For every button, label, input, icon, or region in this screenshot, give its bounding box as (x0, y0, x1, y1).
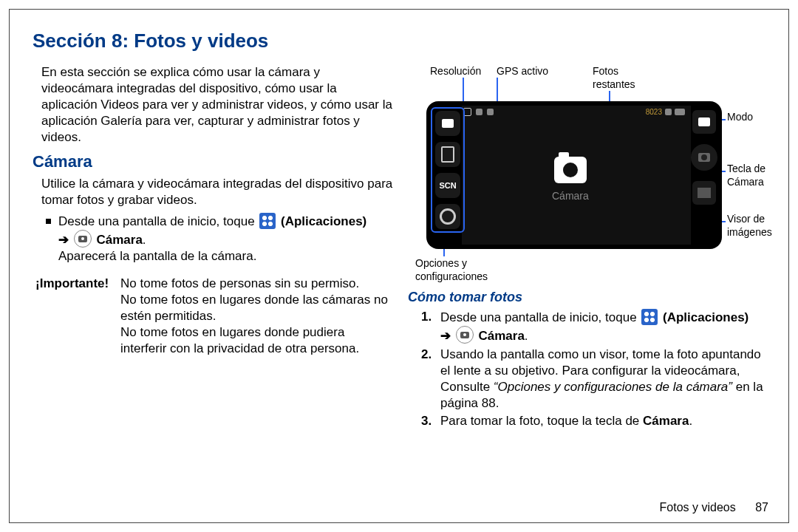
s1-pre: Desde una pantalla de inicio, toque (440, 310, 640, 324)
camera-icon (456, 326, 474, 344)
period: . (143, 233, 146, 247)
howto-step-3: 3. Para tomar la foto, toque la tecla de… (421, 413, 768, 429)
step-number-2: 2. (421, 347, 433, 363)
arrow-icon: ➔ (440, 329, 451, 343)
mode-icon (698, 117, 710, 126)
shutter-icon (698, 153, 710, 162)
step-3-text: Para tomar la foto, toque la tecla de Cá… (440, 413, 692, 429)
step-number-3: 3. (421, 413, 433, 429)
label-resolucion: Resolución (430, 64, 481, 78)
important-block: ¡Importante! No tome fotos de personas s… (35, 276, 393, 357)
camera-diagram: Resolución GPS activo Fotos restantes Mo… (408, 64, 767, 286)
sd-icon (665, 109, 672, 115)
camera-step: Desde una pantalla de inicio, toque (Apl… (46, 213, 393, 265)
bullet-icon (46, 219, 51, 224)
switch-camera-icon (442, 119, 454, 128)
step-number-1: 1. (421, 309, 433, 325)
s1-apps: (Aplicaciones) (663, 310, 748, 324)
gps-icon (487, 109, 494, 115)
apps-icon (641, 309, 658, 325)
arrow-icon: ➔ (58, 233, 69, 247)
exposure-icon (476, 109, 482, 115)
scene-button[interactable]: SCN (435, 173, 460, 198)
label-visor: Visor de imágenes (727, 212, 779, 239)
status-left (463, 107, 494, 117)
camera-lead: Utilice la cámara y videocámara integrad… (41, 176, 393, 208)
s3a: Para tomar la foto, toque la tecla de (440, 414, 643, 428)
apps-icon (259, 213, 276, 229)
left-options-group: SCN (431, 107, 465, 233)
left-column: En esta sección se explica cómo usar la … (33, 64, 393, 431)
phone-body: 8023 SCN (426, 101, 722, 249)
page-footer: Fotos y videos 87 (660, 501, 768, 514)
step-2-text: Usando la pantalla como un visor, tome l… (440, 347, 768, 412)
important-line-3: No tome fotos en lugares donde pudiera i… (120, 324, 393, 357)
photo-count: 8023 (646, 107, 662, 117)
settings-button[interactable] (435, 204, 460, 229)
battery-icon (675, 109, 685, 115)
flash-icon (441, 146, 454, 163)
camera-step-text: Desde una pantalla de inicio, toque (Apl… (58, 213, 366, 265)
s1-cam: Cámara (478, 329, 524, 343)
section-title: Sección 8: Fotos y videos (33, 30, 771, 52)
right-column: Resolución GPS activo Fotos restantes Mo… (408, 64, 768, 431)
label-modo: Modo (727, 110, 753, 123)
apps-label: (Aplicaciones) (281, 214, 366, 228)
howto-step-2: 2. Usando la pantalla como un visor, tom… (421, 347, 768, 412)
lead-gps-v (497, 78, 498, 104)
period: . (525, 329, 528, 343)
footer-label: Fotos y videos (660, 501, 736, 514)
page-number: 87 (755, 501, 768, 514)
step-pre: Desde una pantalla de inicio, toque (58, 214, 258, 228)
shutter-button[interactable] (691, 144, 717, 171)
camera-large-icon (554, 157, 587, 183)
s3b: Cámara (643, 414, 689, 428)
label-gps: GPS activo (497, 64, 548, 78)
s3c: . (689, 414, 692, 428)
howto-step-1: 1. Desde una pantalla de inicio, toque (… (421, 309, 768, 344)
s2b: “Opciones y configuraciones de la cámara… (494, 380, 732, 394)
step-after: Aparecerá la pantalla de la cámara. (58, 249, 256, 263)
right-buttons-group (691, 110, 717, 205)
important-label: ¡Importante! (35, 276, 120, 357)
step-1-text: Desde una pantalla de inicio, toque (Apl… (440, 309, 748, 344)
label-opciones: Opciones y configuraciones (415, 256, 504, 283)
center-label: Cámara (552, 189, 589, 202)
switch-camera-button[interactable] (435, 111, 460, 136)
gallery-icon (698, 188, 711, 198)
important-text: No tome fotos de personas sin su permiso… (120, 276, 393, 357)
gallery-button[interactable] (692, 181, 716, 205)
page-content: Sección 8: Fotos y videos En esta secció… (33, 30, 771, 510)
columns: En esta sección se explica cómo usar la … (33, 64, 771, 431)
camera-heading: Cámara (33, 151, 393, 173)
important-line-2: No tome fotos en lugares donde las cámar… (120, 292, 393, 324)
camera-icon (74, 230, 92, 248)
camera-word: Cámara (96, 233, 142, 247)
label-tecla: Tecla de Cámara (727, 162, 771, 188)
status-right: 8023 (646, 107, 685, 117)
scene-label: SCN (439, 180, 456, 191)
mode-button[interactable] (692, 110, 716, 134)
intro-paragraph: En esta sección se explica cómo usar la … (41, 64, 393, 146)
howto-heading: Cómo tomar fotos (408, 289, 768, 306)
flash-button[interactable] (435, 142, 460, 167)
viewfinder-center: Cámara (552, 157, 589, 202)
label-fotos-restantes: Fotos restantes (593, 64, 659, 91)
status-bar: 8023 (463, 107, 685, 117)
gear-icon (440, 208, 456, 225)
important-line-1: No tome fotos de personas sin su permiso… (120, 276, 393, 292)
